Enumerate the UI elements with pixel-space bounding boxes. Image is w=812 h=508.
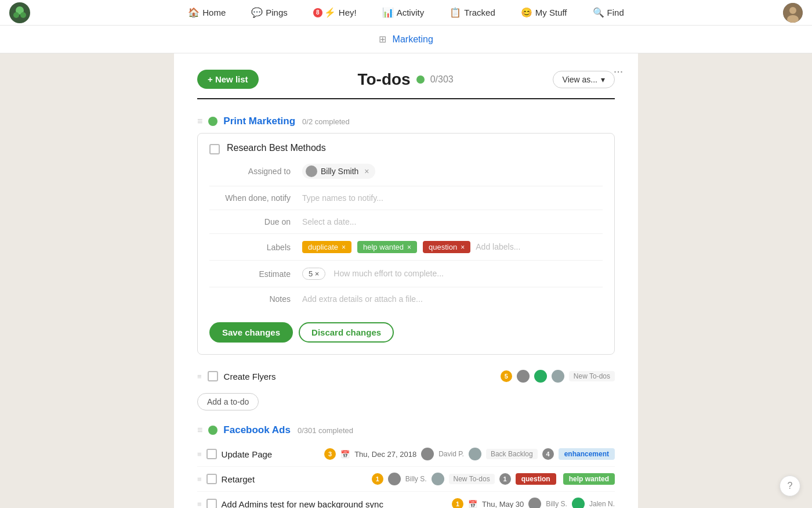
- location-count: 4: [542, 448, 554, 460]
- notify-input[interactable]: Type names to notify...: [302, 193, 603, 203]
- label-question-text: question: [429, 243, 457, 251]
- retarget-item: ≡ Retarget 1 Billy S. New To-dos 1 quest…: [197, 467, 615, 492]
- nav-pings[interactable]: 💬 Pings: [248, 5, 291, 20]
- remove-assignee-button[interactable]: ×: [364, 167, 369, 176]
- update-page-checkbox[interactable]: [206, 449, 217, 459]
- assignee-avatar-nick: [534, 370, 547, 383]
- project-name: Marketing: [393, 34, 433, 44]
- action-buttons: Save changes Discard changes: [209, 322, 603, 343]
- user-avatar[interactable]: [783, 3, 803, 23]
- section-divider: [197, 98, 615, 99]
- app-logo[interactable]: [9, 2, 30, 23]
- top-navigation: 🏠 Home 💬 Pings 8 ⚡ Hey! 📊 Activity 📋 Tra…: [0, 0, 812, 26]
- help-wanted-tag: help wanted: [563, 473, 615, 485]
- add-label-button[interactable]: Add labels...: [476, 242, 520, 251]
- retarget-location-icon: [432, 473, 444, 485]
- add-todo-button[interactable]: Add a to-do: [197, 393, 259, 410]
- list-title-link[interactable]: Print Marketing: [223, 116, 295, 127]
- fb-section-header: ≡ Facebook Ads 0/301 completed: [197, 424, 615, 436]
- pings-icon: 💬: [251, 7, 263, 18]
- find-icon: 🔍: [593, 7, 604, 18]
- todo-expanded-card: Research Best Methods Assigned to Billy …: [197, 133, 615, 355]
- nav-home[interactable]: 🏠 Home: [184, 5, 229, 20]
- drag-handle-icon[interactable]: ≡: [197, 116, 202, 127]
- nav-activity[interactable]: 📊 Activity: [379, 5, 428, 20]
- drag-handle-icon[interactable]: ≡: [197, 372, 202, 381]
- due-on-row: Due on Select a date...: [209, 217, 603, 234]
- add-admins-meta: 1 📅 Thu, May 30 Billy S. Jalen N.: [452, 498, 615, 508]
- due-date-input[interactable]: Select a date...: [302, 217, 603, 226]
- assignee-avatar: [306, 165, 317, 177]
- flyers-count-badge: 5: [501, 370, 512, 382]
- page-title-section: + New list To-dos 0/303 View as... ▾: [197, 53, 615, 98]
- nav-hey[interactable]: 8 ⚡ Hey!: [310, 5, 360, 20]
- nav-hey-label: Hey!: [339, 8, 357, 17]
- estimate-chip[interactable]: 5 ×: [302, 268, 325, 280]
- hey-icon: ⚡: [324, 7, 336, 18]
- due-on-label: Due on: [209, 217, 302, 226]
- tracked-icon: 📋: [449, 7, 461, 18]
- location-icon: [469, 448, 481, 460]
- facebook-ads-section: ≡ Facebook Ads 0/301 completed ≡ Update …: [197, 424, 615, 508]
- billy-admins-avatar: [528, 498, 541, 508]
- svg-point-5: [789, 7, 796, 14]
- print-marketing-section: ≡ Print Marketing 0/2 completed Research…: [197, 116, 615, 410]
- create-flyers-item: ≡ Create Flyers 5 New To-dos: [197, 364, 615, 388]
- billy-retarget-name: Billy S.: [405, 475, 427, 483]
- fb-list-title[interactable]: Facebook Ads: [223, 424, 291, 436]
- notes-label: Notes: [209, 294, 302, 304]
- label-duplicate[interactable]: duplicate ×: [302, 241, 351, 253]
- assigned-to-label: Assigned to: [209, 167, 302, 176]
- label-question[interactable]: question ×: [423, 241, 470, 253]
- nav-home-label: Home: [202, 8, 226, 17]
- help-button[interactable]: ?: [780, 475, 800, 496]
- update-page-meta: 3 📅 Thu, Dec 27, 2018 David P. Back Back…: [324, 448, 615, 460]
- page-title: To-dos 0/303: [357, 70, 453, 89]
- new-list-button[interactable]: + New list: [197, 70, 259, 89]
- todo-checkbox[interactable]: [209, 144, 220, 154]
- retarget-label: Retarget: [222, 474, 367, 484]
- label-help-wanted[interactable]: help wanted ×: [357, 241, 417, 253]
- jalen-avatar: [572, 498, 585, 508]
- assignee-avatar-location: [552, 370, 564, 383]
- assignee-chip[interactable]: Billy Smith ×: [302, 164, 375, 179]
- add-admins-checkbox[interactable]: [206, 499, 217, 508]
- drag-handle-icon[interactable]: ≡: [197, 500, 202, 509]
- fb-status-dot: [208, 426, 217, 435]
- nav-find-label: Find: [607, 8, 624, 17]
- view-as-button[interactable]: View as... ▾: [553, 71, 615, 88]
- retarget-checkbox[interactable]: [206, 474, 217, 484]
- drag-handle-icon[interactable]: ≡: [197, 475, 202, 484]
- notes-input[interactable]: Add extra details or attach a file...: [302, 294, 603, 304]
- hey-badge-count: 8: [313, 8, 322, 17]
- estimate-placeholder: How much effort to complete...: [334, 269, 444, 278]
- estimate-field: 5 × How much effort to complete...: [302, 268, 603, 280]
- nav-find[interactable]: 🔍 Find: [589, 5, 628, 20]
- remove-label-help-wanted[interactable]: ×: [407, 243, 411, 251]
- assignee-field: Billy Smith ×: [302, 164, 603, 179]
- todo-title: Research Best Methods: [227, 143, 326, 153]
- nav-mystuff[interactable]: 😊 My Stuff: [517, 5, 571, 20]
- assigned-to-row: Assigned to Billy Smith ×: [209, 164, 603, 186]
- remove-label-question[interactable]: ×: [461, 243, 465, 251]
- discard-changes-button[interactable]: Discard changes: [299, 322, 394, 343]
- notify-label: When done, notify: [209, 193, 302, 203]
- list-completed-count: 0/2 completed: [302, 117, 350, 126]
- remove-label-duplicate[interactable]: ×: [342, 243, 346, 251]
- svg-point-2: [13, 12, 19, 18]
- svg-point-3: [20, 12, 26, 18]
- status-dot: [416, 75, 425, 84]
- retarget-location: New To-dos: [449, 474, 495, 484]
- more-options-button[interactable]: ···: [608, 60, 629, 81]
- save-changes-button[interactable]: Save changes: [209, 322, 293, 343]
- add-admins-item: ≡ Add Admins test for new background syn…: [197, 492, 615, 508]
- enhancement-tag: enhancement: [559, 448, 615, 460]
- drag-handle-icon[interactable]: ≡: [197, 425, 202, 435]
- drag-handle-icon[interactable]: ≡: [197, 450, 202, 459]
- david-avatar: [421, 448, 434, 460]
- retarget-count: 1: [372, 473, 383, 485]
- assignee-name: Billy Smith: [321, 167, 358, 176]
- project-header[interactable]: ⊞ Marketing: [0, 26, 812, 53]
- todo-item-checkbox[interactable]: [208, 371, 218, 381]
- nav-tracked[interactable]: 📋 Tracked: [446, 5, 499, 20]
